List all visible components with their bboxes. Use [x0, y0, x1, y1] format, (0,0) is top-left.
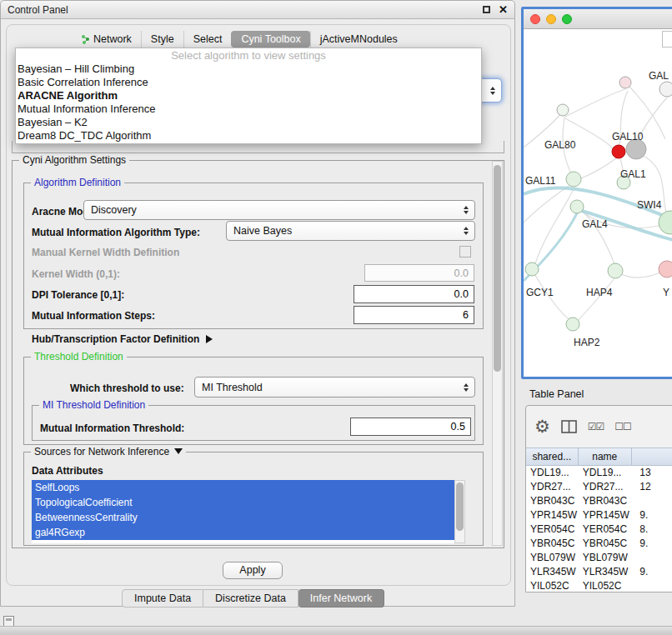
network-node[interactable]: [619, 77, 631, 88]
apply-button[interactable]: Apply: [223, 562, 283, 579]
float-window-icon[interactable]: [483, 6, 490, 13]
which-threshold-combobox[interactable]: MI Threshold: [194, 377, 475, 398]
table-panel-title: Table Panel: [529, 388, 584, 400]
node-label: GAL1: [620, 168, 646, 180]
cell: [632, 579, 672, 592]
node-table: shared... name YDL19... YDL19... 13 YDR2…: [526, 448, 672, 592]
network-node-red[interactable]: [612, 145, 625, 158]
hub-section-toggle[interactable]: Hub/Transcription Factor Definition: [32, 333, 213, 345]
settings-scrollbar[interactable]: [492, 161, 503, 546]
tab-cyni-toolbox[interactable]: Cyni Toolbox: [231, 31, 309, 48]
table-row[interactable]: YDL19... YDL19... 13: [526, 466, 672, 480]
mi-threshold-label: Mutual Information Threshold:: [40, 422, 184, 434]
hidden-group-border: [12, 152, 504, 153]
cell: 9.: [632, 537, 672, 551]
minimize-traffic-light-icon[interactable]: [546, 14, 556, 24]
tab-style[interactable]: Style: [141, 31, 183, 48]
cell: YIL052C: [526, 579, 579, 592]
node-label: GAL4: [582, 218, 608, 230]
manual-kernel-label: Manual Kernel Width Definition: [32, 247, 179, 258]
table-body: YDL19... YDL19... 13 YDR27... YDR27... 1…: [526, 466, 672, 592]
group-title: Cyni Algorithm Settings: [19, 154, 129, 166]
zoom-traffic-light-icon[interactable]: [562, 14, 572, 24]
group-title: Threshold Definition: [31, 351, 127, 362]
mi-steps-label: Mutual Information Steps:: [32, 310, 155, 322]
network-node-hap4[interactable]: [608, 263, 623, 278]
network-node[interactable]: [659, 82, 672, 97]
network-icon: [81, 34, 90, 44]
columns-icon[interactable]: [561, 420, 577, 433]
table-row[interactable]: YIL052C YIL052C: [526, 579, 672, 592]
cell: [632, 494, 672, 508]
dropdown-item[interactable]: Basic Correlation Inference: [16, 76, 481, 89]
dropdown-placeholder: Select algorithm to view settings: [16, 48, 481, 62]
collapse-arrow-icon: [174, 448, 183, 454]
dropdown-item[interactable]: Dream8 DC_TDC Algorithm: [16, 129, 481, 142]
kernel-width-field[interactable]: [364, 264, 474, 282]
tab-impute-data[interactable]: Impute Data: [122, 589, 203, 608]
manual-kernel-checkbox[interactable]: [459, 246, 471, 258]
table-row[interactable]: YDR27... YDR27... 12: [526, 480, 672, 494]
sources-group-toggle[interactable]: Sources for Network Inference: [31, 446, 186, 458]
table-row[interactable]: YLR345W YLR345W 9.: [526, 565, 672, 579]
list-item[interactable]: gal4RGexp: [32, 525, 454, 540]
tab-select[interactable]: Select: [183, 31, 232, 48]
list-item[interactable]: TopologicalCoefficient: [32, 495, 454, 510]
data-attributes-list: SelfLoops TopologicalCoefficient Between…: [32, 480, 454, 543]
node-label: GAL11: [525, 175, 556, 187]
control-panel-titlebar: Control Panel ✕: [1, 1, 514, 19]
mi-threshold-field[interactable]: [350, 418, 471, 436]
combo-arrows-icon: [464, 206, 469, 214]
mi-steps-field[interactable]: [354, 306, 474, 324]
network-view-window: GAL GAL80 GAL10 GAL11 GAL1 SWI4 GAL4 GCY…: [521, 7, 672, 379]
column-header[interactable]: [632, 448, 672, 465]
network-node[interactable]: [557, 104, 569, 116]
column-header[interactable]: name: [579, 448, 632, 465]
which-threshold-label: Which threshold to use:: [70, 382, 184, 394]
settings-scrollbar-thumb[interactable]: [494, 165, 501, 372]
unchecked-boxes-icon[interactable]: ☐☐: [614, 421, 631, 432]
cell: YER054C: [579, 522, 633, 537]
cell: YER054C: [526, 522, 579, 537]
dropdown-item[interactable]: Mutual Information Inference: [16, 102, 481, 116]
dpi-tolerance-field[interactable]: [354, 285, 474, 303]
table-row[interactable]: YPR145W YPR145W 9.: [526, 508, 672, 522]
tab-discretize-data[interactable]: Discretize Data: [203, 589, 298, 608]
table-row[interactable]: YBL079W YBL079W: [526, 551, 672, 565]
cell: 12: [632, 480, 672, 494]
network-node-gcy1[interactable]: [525, 262, 539, 276]
attributes-scrollbar-thumb[interactable]: [456, 482, 464, 531]
tab-jactivemnodules[interactable]: jActiveMNodules: [310, 31, 407, 48]
network-canvas[interactable]: GAL GAL80 GAL10 GAL11 GAL1 SWI4 GAL4 GCY…: [524, 29, 672, 379]
mi-type-combobox[interactable]: Naive Bayes: [226, 221, 475, 241]
dropdown-item[interactable]: Bayesian – K2: [16, 116, 481, 129]
tab-label: Network: [93, 33, 132, 45]
close-icon[interactable]: ✕: [499, 3, 508, 16]
network-window-titlebar: [524, 9, 672, 29]
table-row[interactable]: YBR043C YBR043C: [526, 494, 672, 508]
control-panel-tabs: Network Style Select Cyni Toolbox jActiv…: [72, 30, 407, 48]
tab-network[interactable]: Network: [72, 31, 141, 48]
network-node-hap2[interactable]: [566, 318, 579, 331]
gear-icon[interactable]: ⚙: [534, 417, 550, 437]
tab-infer-network[interactable]: Infer Network: [298, 589, 384, 608]
network-node-gal11[interactable]: [566, 172, 581, 187]
close-traffic-light-icon[interactable]: [530, 14, 540, 24]
dropdown-item-highlighted[interactable]: ARACNE Algorithm: [16, 89, 481, 102]
table-row[interactable]: YBR045C YBR045C 9.: [526, 537, 672, 551]
aracne-mode-combobox[interactable]: Discovery: [83, 200, 475, 220]
network-node-gal4[interactable]: [570, 200, 584, 213]
list-item[interactable]: SelfLoops: [32, 480, 454, 495]
attributes-scrollbar[interactable]: [454, 480, 465, 543]
cell: YDL19...: [579, 466, 633, 480]
network-node-pink[interactable]: [659, 261, 672, 278]
list-item[interactable]: BetweennessCentrality: [32, 510, 454, 525]
algorithm-dropdown-popup: Select algorithm to view settings Bayesi…: [15, 48, 482, 144]
table-row[interactable]: YER054C YER054C 8.: [526, 522, 672, 537]
column-header[interactable]: shared...: [526, 448, 579, 465]
checked-boxes-icon[interactable]: ☑☑: [588, 421, 604, 432]
kernel-width-label: Kernel Width (0,1):: [32, 268, 120, 280]
combo-arrows-icon: [464, 227, 469, 235]
cell: YLR345W: [526, 565, 579, 579]
dropdown-item[interactable]: Bayesian – Hill Climbing: [16, 62, 481, 76]
